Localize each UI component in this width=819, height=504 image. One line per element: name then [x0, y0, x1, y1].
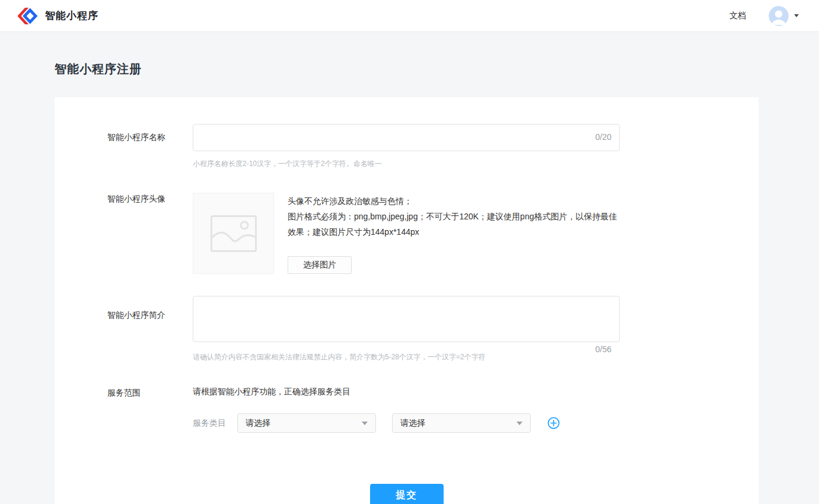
service-category-select-2[interactable]: 请选择 — [392, 413, 531, 433]
brand: 智能小程序 — [17, 7, 98, 25]
submit-button[interactable]: 提交 — [370, 484, 444, 504]
service-category-select-1[interactable]: 请选择 — [237, 413, 376, 433]
miniapp-avatar-label: 智能小程序头像 — [107, 193, 193, 274]
miniapp-name-input[interactable] — [193, 124, 620, 151]
user-menu-caret-icon[interactable] — [794, 14, 799, 17]
main-content: 智能小程序注册 智能小程序名称 0/20 小程序名称长度2-10汉字，一个汉字等… — [55, 61, 759, 504]
chevron-down-icon — [362, 422, 368, 425]
submit-row: 提交 — [55, 484, 759, 504]
choose-image-button[interactable]: 选择图片 — [288, 256, 352, 274]
page-title: 智能小程序注册 — [55, 61, 759, 77]
avatar-rule-line1: 头像不允许涉及政治敏感与色情； — [288, 193, 621, 209]
smart-miniprogram-logo-icon — [17, 7, 39, 25]
service-category-controls: 服务类目 请选择 请选择 — [193, 413, 560, 433]
avatar-upload-dropzone[interactable] — [193, 193, 274, 274]
avatar-rules-text: 头像不允许涉及政治敏感与色情； 图片格式必须为：png,bmp,jpeg,jpg… — [288, 193, 621, 240]
add-category-button[interactable] — [547, 417, 560, 429]
chevron-down-icon — [517, 422, 522, 425]
miniapp-name-row: 智能小程序名称 0/20 小程序名称长度2-10汉字，一个汉字等于2个字符。命名… — [55, 124, 759, 169]
miniapp-intro-help: 请确认简介内容不含国家相关法律法规禁止内容，简介字数为5-28个汉字，一个汉字=… — [193, 352, 620, 362]
avatar-rule-line2: 图片格式必须为：png,bmp,jpeg,jpg；不可大于120K；建议使用pn… — [288, 209, 621, 240]
miniapp-name-label: 智能小程序名称 — [107, 124, 193, 169]
miniapp-intro-textarea[interactable] — [193, 296, 620, 342]
service-category-select-2-value: 请选择 — [400, 418, 425, 429]
service-scope-label: 服务范围 — [107, 387, 193, 433]
miniapp-intro-row: 智能小程序简介 0/56 请确认简介内容不含国家相关法律法规禁止内容，简介字数为… — [55, 296, 759, 362]
brand-name: 智能小程序 — [45, 9, 98, 23]
registration-form-card: 智能小程序名称 0/20 小程序名称长度2-10汉字，一个汉字等于2个字符。命名… — [55, 97, 759, 504]
top-bar-right: 文档 — [729, 6, 799, 26]
miniapp-intro-label: 智能小程序简介 — [107, 296, 193, 362]
top-bar: 智能小程序 文档 — [0, 0, 819, 32]
service-category-select-1-value: 请选择 — [246, 418, 270, 429]
service-scope-row: 服务范围 请根据智能小程序功能，正确选择服务类目 服务类目 请选择 请选择 — [55, 387, 759, 433]
service-scope-hint: 请根据智能小程序功能，正确选择服务类目 — [193, 387, 560, 397]
docs-link[interactable]: 文档 — [729, 11, 746, 21]
image-placeholder-icon — [211, 215, 257, 252]
miniapp-name-help: 小程序名称长度2-10汉字，一个汉字等于2个字符。命名唯一 — [193, 159, 620, 169]
user-avatar[interactable] — [769, 6, 789, 26]
service-category-label: 服务类目 — [193, 418, 237, 429]
miniapp-avatar-row: 智能小程序头像 头像不允许涉及政治敏感与色情； 图片格式必须为：png,bm — [55, 193, 759, 274]
